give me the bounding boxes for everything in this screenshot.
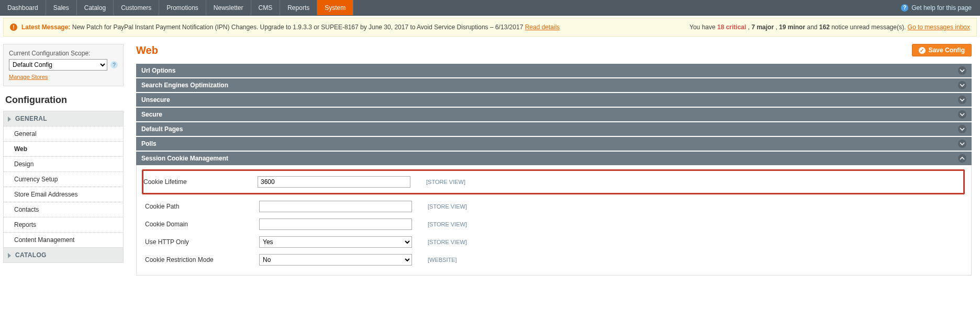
msg-count-prefix: You have (689, 24, 717, 31)
sidebar-item-general[interactable]: General (4, 126, 123, 141)
section-unsecure[interactable]: Unsecure (136, 93, 972, 107)
notification-bar: ! Latest Message: New Patch for PayPal I… (3, 18, 977, 37)
field-label-use-http-only: Use HTTP Only (145, 238, 259, 246)
section-search-engines-optimization[interactable]: Search Engines Optimization (136, 78, 972, 92)
field-use-http-only[interactable]: Yes (259, 236, 412, 248)
field-label-cookie-lifetime: Cookie Lifetime (143, 178, 258, 186)
scope-label: [WEBSITE] (428, 257, 457, 263)
manage-stores-link[interactable]: Manage Stores (9, 74, 48, 80)
nav-sales[interactable]: Sales (46, 0, 77, 15)
messages-inbox-link[interactable]: Go to messages inbox (908, 24, 970, 31)
chevron-down-icon (958, 110, 966, 119)
critical-count: 18 critical (717, 24, 746, 31)
nav-cms[interactable]: CMS (251, 0, 281, 15)
notice-count: 162 (819, 24, 830, 31)
chevron-down-icon (958, 66, 966, 75)
chevron-down-icon (958, 81, 966, 89)
help-icon[interactable]: ? (110, 61, 118, 68)
section-secure[interactable]: Secure (136, 108, 972, 121)
configuration-heading: Configuration (3, 86, 124, 111)
help-link[interactable]: ?Get help for this page (893, 0, 980, 15)
sidebar-item-reports[interactable]: Reports (4, 217, 123, 232)
sidebar-item-content-management[interactable]: Content Management (4, 232, 123, 247)
field-label-cookie-path: Cookie Path (145, 203, 259, 210)
save-config-label: Save Config (929, 47, 965, 54)
minor-count: 19 minor (779, 24, 805, 31)
highlighted-row: Cookie Lifetime[STORE VIEW] (142, 169, 965, 194)
page-title: Web (136, 44, 158, 56)
chevron-down-icon (958, 140, 966, 148)
save-config-button[interactable]: ✓ Save Config (912, 44, 972, 56)
field-label-cookie-restriction-mode: Cookie Restriction Mode (145, 256, 259, 263)
field-cookie-path[interactable] (259, 201, 412, 212)
warning-icon: ! (10, 24, 17, 31)
section-body: Cookie Lifetime[STORE VIEW]Cookie Path[S… (136, 165, 972, 275)
scope-label: [STORE VIEW] (428, 221, 467, 227)
config-nav: GENERALGeneralWebDesignCurrency SetupSto… (3, 111, 124, 263)
sidebar-item-contacts[interactable]: Contacts (4, 202, 123, 217)
latest-message-label: Latest Message: (21, 24, 70, 31)
section-url-options[interactable]: Url Options (136, 64, 972, 77)
field-label-cookie-domain: Cookie Domain (145, 221, 259, 228)
help-circle-icon: ? (901, 4, 908, 11)
sidebar: Current Configuration Scope: Default Con… (3, 44, 124, 277)
read-details-link[interactable]: Read details (525, 24, 560, 31)
section-default-pages[interactable]: Default Pages (136, 122, 972, 136)
config-scope-select[interactable]: Default Config (9, 59, 107, 71)
chevron-down-icon (958, 96, 966, 104)
nav-newsletter[interactable]: Newsletter (206, 0, 251, 15)
msg-count-suffix: notice unread message(s). (831, 24, 907, 31)
nav-system[interactable]: System (317, 0, 353, 15)
sidebar-item-web[interactable]: Web (4, 141, 123, 156)
section-polls[interactable]: Polls (136, 137, 972, 151)
nav-dashboard[interactable]: Dashboard (0, 0, 46, 15)
nav-promotions[interactable]: Promotions (159, 0, 206, 15)
field-cookie-lifetime[interactable] (258, 176, 410, 188)
scope-label: [STORE VIEW] (428, 203, 467, 210)
nav-reports[interactable]: Reports (280, 0, 317, 15)
major-count: 7 major (751, 24, 774, 31)
sidebar-item-currency-setup[interactable]: Currency Setup (4, 171, 123, 187)
config-scope-box: Current Configuration Scope: Default Con… (3, 44, 124, 86)
section-session-cookie-management[interactable]: Session Cookie Management (136, 152, 972, 165)
check-icon: ✓ (919, 47, 926, 54)
nav-group-catalog[interactable]: CATALOG (4, 248, 123, 262)
sidebar-item-design[interactable]: Design (4, 156, 123, 171)
scope-label: [STORE VIEW] (426, 179, 465, 185)
nav-catalog[interactable]: Catalog (77, 0, 114, 15)
latest-message-text: New Patch for PayPal Instant Payment Not… (72, 24, 525, 31)
sidebar-item-store-email-addresses[interactable]: Store Email Addresses (4, 187, 123, 202)
chevron-up-icon (958, 154, 966, 163)
scope-label: [STORE VIEW] (428, 239, 467, 245)
nav-group-general[interactable]: GENERAL (4, 111, 123, 126)
chevron-down-icon (958, 125, 966, 133)
nav-customers[interactable]: Customers (114, 0, 159, 15)
field-cookie-restriction-mode[interactable]: No (259, 254, 412, 266)
main-content: Web ✓ Save Config Url OptionsSearch Engi… (136, 44, 977, 277)
field-cookie-domain[interactable] (259, 218, 412, 230)
top-nav: DashboardSalesCatalogCustomersPromotions… (0, 0, 980, 16)
config-scope-label: Current Configuration Scope: (9, 50, 90, 57)
